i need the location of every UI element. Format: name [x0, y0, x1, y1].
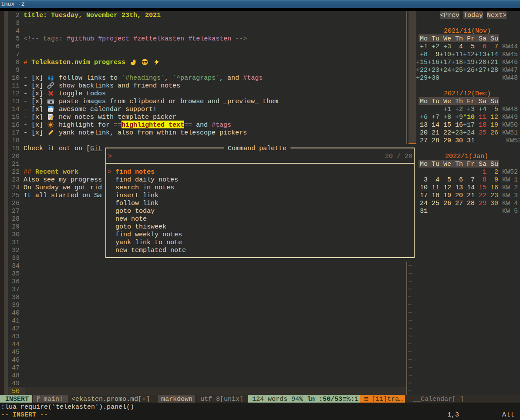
- svg-text:17: 17: [49, 108, 52, 112]
